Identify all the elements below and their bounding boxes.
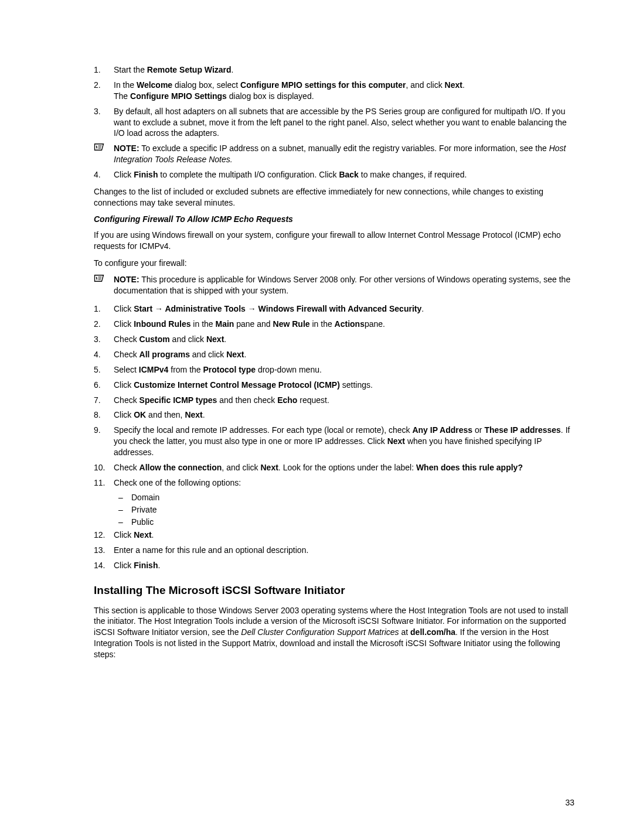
list-content: By default, all host adapters on all sub…	[114, 106, 574, 139]
list-content: Check Allow the connection, and click Ne…	[114, 462, 574, 473]
sublist-text: Private	[131, 505, 157, 514]
list-number: 1.	[94, 303, 114, 315]
list-content: Click Next.	[114, 530, 574, 541]
list-number: 4.	[94, 169, 114, 180]
sublist-item: –Domain	[118, 493, 574, 502]
list-item: 7.Check Specific ICMP types and then che…	[94, 395, 574, 406]
list-content: Start the Remote Setup Wizard.	[114, 64, 574, 76]
note-icon	[94, 143, 114, 165]
ordered-list-b2: 12.Click Next.13.Enter a name for this r…	[94, 530, 574, 571]
list-content: Check Custom and click Next.	[114, 334, 574, 345]
list-content: Click Inbound Rules in the Main pane and…	[114, 319, 574, 330]
list-number: 6.	[94, 380, 114, 391]
list-number: 3.	[94, 106, 114, 139]
sub-list: –Domain–Private–Public	[118, 493, 574, 527]
list-number: 10.	[94, 462, 114, 473]
page-number: 33	[565, 798, 574, 807]
list-number: 8.	[94, 409, 114, 421]
heading-installing-iscsi: Installing The Microsoft iSCSI Software …	[94, 584, 574, 597]
list-content: Specify the local and remote IP addresse…	[114, 425, 574, 458]
list-item: 3.Check Custom and click Next.	[94, 334, 574, 345]
list-item: 5.Select ICMPv4 from the Protocol type d…	[94, 364, 574, 375]
list-content: Click Customize Internet Control Message…	[114, 380, 574, 391]
list-content: Check All programs and click Next.	[114, 349, 574, 360]
ordered-list-b: 1.Click Start → Administrative Tools → W…	[94, 303, 574, 489]
list-item: 11.Check one of the following options:	[94, 477, 574, 489]
paragraph: If you are using Windows firewall on you…	[94, 230, 574, 252]
list-number: 14.	[94, 560, 114, 571]
document-page: 1.Start the Remote Setup Wizard.2.In the…	[0, 0, 633, 840]
list-number: 12.	[94, 530, 114, 541]
list-content: Click Finish to complete the multipath I…	[114, 169, 574, 180]
sublist-item: –Private	[118, 505, 574, 514]
note-text: NOTE: To exclude a specific IP address o…	[114, 143, 574, 165]
paragraph: Changes to the list of included or exclu…	[94, 186, 574, 209]
list-item: 9.Specify the local and remote IP addres…	[94, 425, 574, 458]
dash-icon: –	[118, 493, 131, 502]
list-item: 2.Click Inbound Rules in the Main pane a…	[94, 319, 574, 330]
list-item: 2.In the Welcome dialog box, select Conf…	[94, 80, 574, 102]
list-item: 10.Check Allow the connection, and click…	[94, 462, 574, 473]
note-text: NOTE: This procedure is applicable for W…	[114, 274, 574, 296]
dash-icon: –	[118, 517, 131, 527]
ordered-list-a2: 4.Click Finish to complete the multipath…	[94, 169, 574, 180]
list-content: Click OK and then, Next.	[114, 409, 574, 421]
list-number: 1.	[94, 64, 114, 76]
paragraph: This section is applicable to those Wind…	[94, 605, 574, 660]
list-item: 3.By default, all host adapters on all s…	[94, 106, 574, 139]
heading-firewall: Configuring Firewall To Allow ICMP Echo …	[94, 214, 574, 224]
sublist-text: Domain	[131, 493, 159, 502]
list-content: Enter a name for this rule and an option…	[114, 545, 574, 556]
list-item: 14.Click Finish.	[94, 560, 574, 571]
list-content: Select ICMPv4 from the Protocol type dro…	[114, 364, 574, 375]
list-item: 1.Click Start → Administrative Tools → W…	[94, 303, 574, 315]
list-content: Click Finish.	[114, 560, 574, 571]
list-number: 5.	[94, 364, 114, 375]
list-content: In the Welcome dialog box, select Config…	[114, 80, 574, 102]
list-item: 4.Click Finish to complete the multipath…	[94, 169, 574, 180]
list-content: Click Start → Administrative Tools → Win…	[114, 303, 574, 315]
list-content: Check Specific ICMP types and then check…	[114, 395, 574, 406]
list-number: 4.	[94, 349, 114, 360]
sublist-text: Public	[131, 517, 154, 527]
list-number: 2.	[94, 80, 114, 102]
ordered-list-a: 1.Start the Remote Setup Wizard.2.In the…	[94, 64, 574, 139]
list-item: 12.Click Next.	[94, 530, 574, 541]
list-number: 2.	[94, 319, 114, 330]
list-item: 6.Click Customize Internet Control Messa…	[94, 380, 574, 391]
note-1: NOTE: To exclude a specific IP address o…	[94, 143, 574, 165]
list-number: 7.	[94, 395, 114, 406]
list-number: 3.	[94, 334, 114, 345]
dash-icon: –	[118, 505, 131, 514]
list-number: 13.	[94, 545, 114, 556]
list-item: 8.Click OK and then, Next.	[94, 409, 574, 421]
list-content: Check one of the following options:	[114, 477, 574, 489]
list-item: 4.Check All programs and click Next.	[94, 349, 574, 360]
note-icon	[94, 274, 114, 296]
list-number: 9.	[94, 425, 114, 458]
list-item: 13.Enter a name for this rule and an opt…	[94, 545, 574, 556]
note-2: NOTE: This procedure is applicable for W…	[94, 274, 574, 296]
paragraph: To configure your firewall:	[94, 258, 574, 269]
list-number: 11.	[94, 477, 114, 489]
list-item: 1.Start the Remote Setup Wizard.	[94, 64, 574, 76]
sublist-item: –Public	[118, 517, 574, 527]
